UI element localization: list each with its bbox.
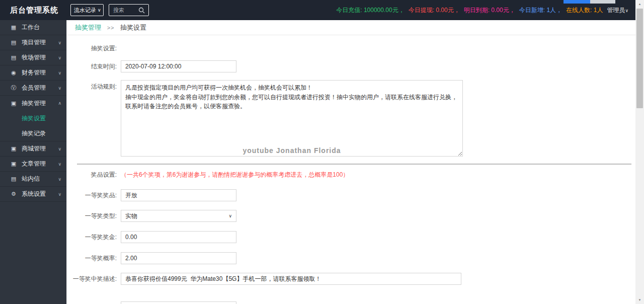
document-icon: ▣ xyxy=(10,145,17,152)
prize1-amount-label: 一等奖奖金: xyxy=(69,233,121,242)
chevron-down-icon: ∨ xyxy=(58,86,61,91)
sidebar-subitem-lottery-records[interactable]: 抽奖记录 xyxy=(0,126,66,141)
activity-rules-label: 活动规则: xyxy=(69,80,121,91)
prize1-type-value: 实物 xyxy=(125,212,137,220)
main-content: 抽奖管理 >> 抽奖设置 抽奖设置: 结束时间: 活动规则: 凡是投资指定项目的… xyxy=(66,20,635,304)
clipboard-icon: ▤ xyxy=(10,54,17,61)
admin-label: 管理员 xyxy=(607,7,625,14)
sidebar-item-label: 文章管理 xyxy=(22,160,58,168)
progress-segment-blue xyxy=(564,0,590,4)
chevron-down-icon: ∨ xyxy=(58,162,61,167)
admin-dropdown[interactable]: 管理员∨ xyxy=(607,6,628,15)
stat-tomorrow-due: 明日到期: 0.00元， xyxy=(464,6,515,15)
sidebar-item-label: 商城管理 xyxy=(22,144,58,153)
document-icon: ▣ xyxy=(10,161,17,167)
chevron-down-icon: ∨ xyxy=(58,70,61,75)
sidebar-item-label: 工作台 xyxy=(22,23,61,32)
stat-today-withdraw: 今日提现: 0.00元， xyxy=(409,6,460,15)
prize-setting-label: 奖品设置: xyxy=(69,171,121,179)
prize1-rate-label: 一等奖概率: xyxy=(69,254,121,263)
sidebar: ▦ 工作台 ▤ 项目管理 ∨ ▤ 牧场管理 ∨ ◉ 财务管理 ∨ Ⓥ 会员管理 … xyxy=(0,20,66,304)
sidebar-subitem-lottery-settings[interactable]: 抽奖设置 xyxy=(0,111,66,126)
sidebar-item-member-mgmt[interactable]: Ⓥ 会员管理 ∨ xyxy=(0,81,66,96)
gear-icon: ⚙ xyxy=(10,191,17,197)
chevron-down-icon: ∨ xyxy=(58,177,61,182)
activity-rules-textarea[interactable]: 凡是投资指定项目的用户均可获得一次抽奖机会，抽奖机会可以累加！ 抽中现金的用户，… xyxy=(121,80,463,157)
lottery-settings-form: 抽奖设置: 结束时间: 活动规则: 凡是投资指定项目的用户均可获得一次抽奖机会，… xyxy=(67,35,635,304)
sidebar-item-label: 系统设置 xyxy=(22,190,58,198)
prize1-amount-input[interactable] xyxy=(121,231,236,243)
stat-online-users: 在线人数: 1人 xyxy=(566,6,603,15)
prize1-desc-label: 一等奖中奖描述: xyxy=(69,275,121,283)
sidebar-item-mall-mgmt[interactable]: ▣ 商城管理 ∨ xyxy=(0,141,66,157)
vertical-scrollbar[interactable]: ▲ ▼ xyxy=(635,0,644,304)
stat-today-recharge: 今日充值: 100000.00元， xyxy=(336,6,404,15)
sidebar-item-lottery-mgmt[interactable]: ▣ 抽奖管理 ∧ xyxy=(0,96,66,111)
prize1-name-label: 一等奖奖品: xyxy=(69,191,121,200)
sidebar-item-label: 站内信 xyxy=(22,175,58,183)
module-select-value: 流水记录 xyxy=(74,7,96,14)
sidebar-subitem-label: 抽奖记录 xyxy=(22,129,46,138)
chevron-down-icon: ∨ xyxy=(58,146,61,151)
chevron-up-icon: ∧ xyxy=(58,101,61,106)
scrollbar-up-arrow[interactable]: ▲ xyxy=(635,0,644,8)
prize1-rate-input[interactable] xyxy=(121,252,236,264)
end-time-input[interactable] xyxy=(121,60,236,72)
search-input[interactable] xyxy=(112,7,138,14)
prize-setting-hint: （一共6个奖项，第6为谢谢参与，请酌情把谢谢参与的概率考虑进去，总概率是100） xyxy=(121,171,349,179)
sidebar-item-label: 牧场管理 xyxy=(22,53,58,62)
sidebar-item-label: 项目管理 xyxy=(22,38,58,47)
module-select[interactable]: 流水记录 ∨ xyxy=(70,4,104,16)
sidebar-item-site-mail[interactable]: ▤ 站内信 ∨ xyxy=(0,172,66,187)
sidebar-item-label: 财务管理 xyxy=(22,68,58,77)
sidebar-item-label: 抽奖管理 xyxy=(22,99,58,108)
clipboard-icon: ▤ xyxy=(10,176,17,182)
breadcrumb-separator: >> xyxy=(107,25,115,31)
end-time-label: 结束时间: xyxy=(69,62,121,71)
sidebar-subitem-label: 抽奖设置 xyxy=(22,114,46,123)
finance-icon: ◉ xyxy=(10,69,17,76)
sidebar-item-article-mgmt[interactable]: ▣ 文章管理 ∨ xyxy=(0,157,66,172)
member-icon: Ⓥ xyxy=(10,84,17,92)
scrollbar-down-arrow[interactable]: ▼ xyxy=(635,296,644,304)
sidebar-item-project-mgmt[interactable]: ▤ 项目管理 ∨ xyxy=(0,35,66,50)
header-stats: 今日充值: 100000.00元， 今日提现: 0.00元， 明日到期: 0.0… xyxy=(332,6,635,15)
chevron-down-icon: ∨ xyxy=(58,55,61,60)
breadcrumb-parent-link[interactable]: 抽奖管理 xyxy=(75,24,101,31)
prize1-desc-input[interactable] xyxy=(121,273,461,285)
section-label: 抽奖设置: xyxy=(69,44,121,53)
sidebar-item-ranch-mgmt[interactable]: ▤ 牧场管理 ∨ xyxy=(0,50,66,65)
sidebar-submenu: 抽奖设置 抽奖记录 xyxy=(0,111,66,141)
progress-segment-gray xyxy=(590,0,615,4)
sidebar-item-system-settings[interactable]: ⚙ 系统设置 ∨ xyxy=(0,187,66,202)
search-icon xyxy=(138,7,145,14)
prize1-name-input[interactable] xyxy=(121,189,236,201)
section-divider xyxy=(77,164,631,165)
breadcrumb-current: 抽奖设置 xyxy=(120,24,146,31)
prize1-type-select[interactable]: 实物 ∨ xyxy=(121,210,236,222)
sidebar-item-workbench[interactable]: ▦ 工作台 xyxy=(0,20,66,35)
app-title: 后台管理系统 xyxy=(0,6,70,15)
document-icon: ▣ xyxy=(10,100,17,107)
prize1-type-label: 一等奖类型: xyxy=(69,212,121,220)
prize2-name-input[interactable] xyxy=(121,301,236,304)
stat-today-new: 今日新增: 1人， xyxy=(519,6,562,15)
scrollbar-thumb[interactable] xyxy=(636,9,643,108)
chevron-down-icon: ∨ xyxy=(625,8,628,13)
clipboard-icon: ▤ xyxy=(10,39,17,46)
breadcrumb: 抽奖管理 >> 抽奖设置 xyxy=(67,20,635,35)
dashboard-icon: ▦ xyxy=(10,24,17,31)
header: 后台管理系统 流水记录 ∨ 今日充值: 100000.00元， 今日提现: 0.… xyxy=(0,0,635,20)
chevron-down-icon: ∨ xyxy=(58,40,61,45)
chevron-down-icon: ∨ xyxy=(228,213,232,218)
chevron-down-icon: ∨ xyxy=(58,192,61,197)
search-box[interactable] xyxy=(109,4,149,16)
top-progress-bar xyxy=(564,0,615,4)
chevron-down-icon: ∨ xyxy=(98,8,101,13)
sidebar-item-finance-mgmt[interactable]: ◉ 财务管理 ∨ xyxy=(0,65,66,81)
sidebar-item-label: 会员管理 xyxy=(22,84,58,92)
